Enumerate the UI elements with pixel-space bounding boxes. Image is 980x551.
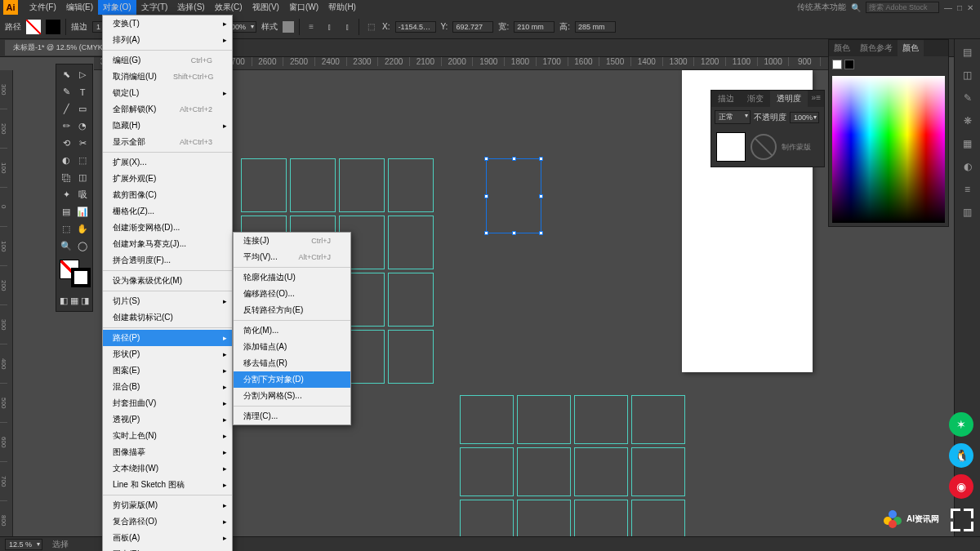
stroke-swatch[interactable] bbox=[46, 20, 60, 34]
selected-object[interactable] bbox=[486, 158, 541, 233]
grid-cell[interactable] bbox=[631, 447, 685, 496]
swatches-icon[interactable]: ▦ bbox=[958, 134, 978, 153]
grid-cell[interactable] bbox=[460, 395, 514, 444]
menu-item[interactable]: 图案(E) bbox=[103, 362, 232, 379]
panel-tab-gradient[interactable]: 渐变 bbox=[741, 91, 770, 107]
menu-item[interactable]: 显示全部Alt+Ctrl+3 bbox=[103, 134, 232, 150]
weibo-icon[interactable]: ◉ bbox=[949, 474, 973, 499]
tool[interactable]: ⿻ bbox=[58, 169, 74, 186]
tool[interactable]: ⬚ bbox=[58, 220, 74, 238]
tool[interactable]: ◫ bbox=[74, 169, 91, 186]
menu-item[interactable]: 路径(P) bbox=[103, 330, 232, 346]
tool[interactable]: ✦ bbox=[58, 186, 74, 203]
grid-cell[interactable] bbox=[388, 216, 434, 269]
x-input[interactable] bbox=[395, 21, 436, 33]
stroke-color[interactable] bbox=[71, 268, 91, 287]
color-tab[interactable]: 颜色 bbox=[829, 40, 855, 56]
tool[interactable]: ⬉ bbox=[58, 66, 74, 83]
menu-item[interactable]: 取消编组(U)Shift+Ctrl+G bbox=[103, 69, 232, 85]
tool[interactable]: T bbox=[74, 83, 91, 100]
w-input[interactable] bbox=[514, 21, 555, 33]
layers-icon[interactable]: ▥ bbox=[958, 202, 978, 222]
menu-编辑(E)[interactable]: 编辑(E) bbox=[61, 0, 98, 15]
tool[interactable]: ▷ bbox=[74, 66, 91, 83]
blend-mode-dropdown[interactable]: 正常 bbox=[715, 110, 751, 124]
grid-cell[interactable] bbox=[574, 395, 628, 444]
wechat-icon[interactable]: ✶ bbox=[949, 412, 973, 437]
libraries-icon[interactable]: ◫ bbox=[958, 65, 978, 85]
menu-item[interactable]: 偏移路径(O)... bbox=[234, 286, 350, 302]
color-icon[interactable]: ◐ bbox=[958, 157, 978, 176]
menu-item[interactable]: 创建裁切标记(C) bbox=[103, 309, 232, 326]
menu-item[interactable]: 复合路径(O) bbox=[103, 513, 232, 530]
tool[interactable]: ⟲ bbox=[58, 135, 74, 152]
menu-文件(F)[interactable]: 文件(F) bbox=[24, 0, 61, 15]
grid-cell[interactable] bbox=[339, 158, 385, 212]
symbols-icon[interactable]: ❋ bbox=[958, 111, 978, 131]
tool[interactable]: ◯ bbox=[74, 238, 91, 255]
menu-item[interactable]: 画板(A) bbox=[103, 530, 232, 546]
menu-item[interactable]: 移去锚点(R) bbox=[234, 355, 350, 371]
transparency-panel[interactable]: 描边 渐变 透明度 »≡ 正常 不透明度 100% 制作蒙版 bbox=[710, 90, 825, 167]
menu-item[interactable]: 图像描摹 bbox=[103, 444, 232, 460]
style-swatch[interactable] bbox=[283, 21, 294, 33]
swatch-white[interactable] bbox=[832, 60, 842, 69]
color-tab-2[interactable]: 颜色 bbox=[898, 40, 924, 56]
tool[interactable]: ◔ bbox=[74, 118, 91, 135]
grid-cell[interactable] bbox=[388, 273, 434, 327]
tool[interactable]: ▤ bbox=[58, 203, 74, 220]
menu-item[interactable]: 剪切蒙版(M) bbox=[103, 497, 232, 513]
menu-帮助(H)[interactable]: 帮助(H) bbox=[323, 0, 361, 15]
grid-cell[interactable] bbox=[574, 447, 628, 496]
menu-item[interactable]: 混合(B) bbox=[103, 379, 232, 395]
brushes-icon[interactable]: ✎ bbox=[958, 88, 978, 108]
tool[interactable]: ✂ bbox=[74, 135, 91, 152]
search-icon[interactable]: 🔍 bbox=[851, 3, 861, 12]
menu-item[interactable]: Line 和 Sketch 图稿 bbox=[103, 477, 232, 493]
menu-视图(V)[interactable]: 视图(V) bbox=[247, 0, 284, 15]
grid-cell[interactable] bbox=[241, 158, 287, 212]
menu-item[interactable]: 排列(A) bbox=[103, 32, 232, 48]
tool[interactable]: ◐ bbox=[58, 152, 74, 169]
color-panel[interactable]: 颜色 颜色参考 颜色 bbox=[828, 39, 949, 227]
stroke-icon[interactable]: ≡ bbox=[958, 180, 978, 199]
menu-item[interactable]: 扩展外观(E) bbox=[103, 171, 232, 187]
panel-tab-transparency[interactable]: 透明度 bbox=[770, 91, 808, 107]
menu-item[interactable]: 变换(T) bbox=[103, 16, 232, 32]
stock-search-input[interactable] bbox=[866, 2, 939, 13]
menu-item[interactable]: 透视(P) bbox=[103, 411, 232, 428]
menu-item[interactable]: 裁剪图像(C) bbox=[103, 187, 232, 203]
align-icon[interactable]: ≡ bbox=[305, 20, 318, 33]
menu-item[interactable]: 设为像素级优化(M) bbox=[103, 273, 232, 289]
menu-item[interactable]: 拼合透明度(F)... bbox=[103, 252, 232, 269]
tool[interactable]: ✏ bbox=[58, 118, 74, 135]
menu-item[interactable]: 轮廓化描边(U) bbox=[234, 269, 350, 286]
menu-item[interactable]: 锁定(L) bbox=[103, 85, 232, 101]
zoom-dropdown[interactable]: 12.5 % bbox=[5, 539, 42, 550]
opacity-value-dropdown[interactable]: 100% bbox=[790, 112, 819, 123]
menu-item[interactable]: 创建对象马赛克(J)... bbox=[103, 236, 232, 252]
menu-item[interactable]: 清理(C)... bbox=[234, 408, 350, 424]
grid-cell[interactable] bbox=[290, 158, 336, 212]
tool[interactable]: ⬚ bbox=[74, 152, 91, 169]
menu-item[interactable]: 封套扭曲(V) bbox=[103, 395, 232, 411]
menu-item[interactable]: 形状(P) bbox=[103, 346, 232, 362]
menu-item[interactable]: 全部解锁(K)Alt+Ctrl+2 bbox=[103, 101, 232, 118]
qq-icon[interactable]: 🐧 bbox=[949, 443, 973, 468]
tool[interactable]: ✎ bbox=[58, 83, 74, 100]
menu-效果(C)[interactable]: 效果(C) bbox=[210, 0, 247, 15]
fill-swatch[interactable] bbox=[26, 20, 41, 34]
workspace-label[interactable]: 传统基本功能 bbox=[797, 2, 846, 13]
menu-item[interactable]: 简化(M)... bbox=[234, 322, 350, 339]
menu-窗口(W)[interactable]: 窗口(W) bbox=[284, 0, 323, 15]
tool[interactable]: 🔍 bbox=[58, 238, 74, 255]
make-mask-button[interactable]: 制作蒙版 bbox=[782, 142, 811, 153]
menu-item[interactable]: 实时上色(N) bbox=[103, 428, 232, 444]
grid-cell[interactable] bbox=[517, 395, 571, 444]
panel-menu-icon[interactable]: »≡ bbox=[808, 91, 824, 107]
menu-对象(O)[interactable]: 对象(O) bbox=[98, 0, 136, 15]
menu-item[interactable]: 栅格化(Z)... bbox=[103, 203, 232, 220]
menu-item[interactable]: 文本绕排(W) bbox=[103, 460, 232, 477]
menu-item[interactable]: 隐藏(H) bbox=[103, 118, 232, 134]
swatch-black[interactable] bbox=[844, 60, 854, 69]
